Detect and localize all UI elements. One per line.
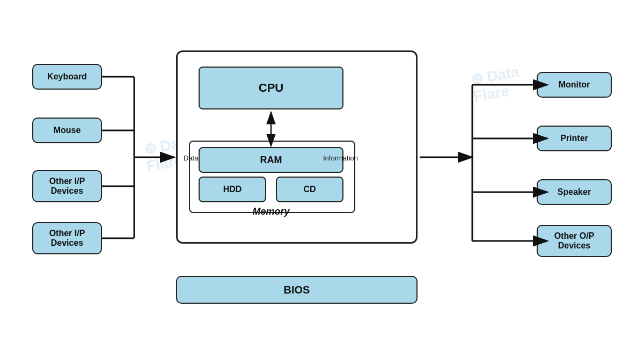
box-bios: BIOS bbox=[176, 276, 418, 304]
hdd-label: HDD bbox=[223, 185, 242, 194]
box-other-op: Other O/PDevices bbox=[537, 225, 612, 257]
box-keyboard: Keyboard bbox=[32, 64, 102, 90]
monitor-label: Monitor bbox=[559, 80, 590, 90]
box-mouse: Mouse bbox=[32, 118, 102, 143]
other-ip1-label: Other I/PDevices bbox=[49, 177, 85, 196]
cpu-label: CPU bbox=[259, 81, 283, 95]
bios-label: BIOS bbox=[284, 284, 310, 296]
box-other-ip2: Other I/PDevices bbox=[32, 222, 102, 254]
box-other-ip1: Other I/PDevices bbox=[32, 170, 102, 202]
cd-label: CD bbox=[303, 185, 316, 194]
other-op-label: Other O/PDevices bbox=[554, 231, 595, 251]
other-ip2-label: Other I/PDevices bbox=[49, 229, 85, 248]
ram-label: RAM bbox=[260, 155, 282, 166]
keyboard-label: Keyboard bbox=[47, 72, 87, 82]
memory-label: Memory bbox=[199, 206, 343, 217]
box-ram: RAM bbox=[199, 147, 343, 173]
data-label: Data bbox=[184, 154, 198, 162]
watermark-right: ⊕ DataFlare bbox=[469, 63, 523, 106]
information-label: Information bbox=[323, 154, 358, 162]
box-printer: Printer bbox=[537, 126, 612, 151]
mouse-label: Mouse bbox=[54, 126, 81, 135]
speaker-label: Speaker bbox=[558, 187, 591, 197]
box-monitor: Monitor bbox=[537, 72, 612, 98]
box-speaker: Speaker bbox=[537, 179, 612, 205]
box-hdd: HDD bbox=[199, 177, 266, 202]
diagram-container: ⊕ DataFlare ⊕ DataFlare Keyboard Mouse O… bbox=[16, 13, 628, 324]
box-cpu: CPU bbox=[199, 67, 343, 109]
box-cd: CD bbox=[276, 177, 343, 202]
printer-label: Printer bbox=[560, 134, 588, 143]
